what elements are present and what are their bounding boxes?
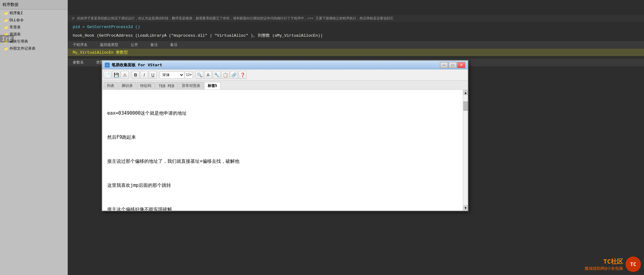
toolbar-tool1-button[interactable]: 🔧 [213,71,221,79]
window-minimize-button[interactable]: ─ [440,62,448,68]
toolbar-underline-button[interactable]: U [149,71,157,79]
ide-selected-row: My_VirtualAllocEn 整数型 [68,49,644,56]
sidebar-item-program-set[interactable]: 📁 程序集I [0,10,67,17]
folder-icon: 📁 [4,11,8,15]
scrollbar-down-button[interactable]: ▼ [463,205,468,210]
ide-hook-line: hook_Hook (GetProcAddress (LoadLibraryA … [68,32,644,41]
toolbar-sep-2 [158,72,158,78]
toolbar-bold-button[interactable]: B [132,71,140,79]
window-title-icon: ✏ [105,63,110,68]
content-line-2: 然后F9跑起来 [107,133,458,142]
folder-icon: 📁 [4,18,8,23]
toolbar-italic-button[interactable]: I [140,71,148,79]
window-text-area[interactable]: eax=03490000这个就是他申请的地址 然后F9跑起来 接主说过那个偏移的… [102,90,463,211]
content-line-1: eax=03490000这个就是他申请的地址 [107,109,458,117]
tab-teb-peb[interactable]: TEB PEB [155,82,178,89]
window-toolbar: 📄 💾 ⚠ B I U 宋体 12 ▼ 🔍 A 🔧 📋 🔗 ❓ [102,69,468,80]
scrollbar-track [463,117,468,205]
sidebar-title: 程序数据 [0,0,67,10]
toolbar-font-color-button[interactable]: A [204,71,212,79]
scrollbar-thumb[interactable] [463,101,468,111]
toolbar-help-button[interactable]: ❓ [238,71,247,79]
watermark: TC社区 魔城辅助网@小鱼电脑 TC [585,257,641,272]
toolbar-font-select[interactable]: 宋体 [160,71,184,79]
ide-scroll-comment: ※ 此程序于某某系统默认情况下调试运行，你认为这是调试时段，翻寻泵是规律，都需要… [68,15,644,22]
content-line-3: 接主说过那个偏移的地址了，我们就直接基址+偏移去找，破解他 [107,157,458,166]
sidebar-item-label: 程序集I [10,10,23,16]
content-line-5: 接主这个偏移好像不能实现破解 [107,205,458,211]
window-titlebar: ✏ 笔易收集面板 For VStart ─ □ ✕ [102,61,468,69]
toolbar-sep-3 [194,72,194,78]
window-controls: ─ □ ✕ [440,62,465,68]
sidebar-item-dll[interactable]: 📁 DLL命令 [0,17,67,24]
sidebar-item-constants[interactable]: 📁 常里表 [0,24,67,31]
toolbar-tool2-button[interactable]: 📋 [221,71,229,79]
ide-columns-header: 子程序名 返回值类型 公开 备注 备注 [68,41,644,49]
window-scrollbar[interactable]: ▲ ▼ [463,90,468,211]
window-content: eax=03490000这个就是他申请的地址 然后F9跑起来 接主说过那个偏移的… [102,90,468,211]
tab-foot-recognition[interactable]: 脚识录 [118,82,136,89]
watermark-site-sub: 魔城辅助网@小鱼电脑 [585,266,623,271]
tab-feature-code[interactable]: 特征码 [137,82,155,89]
sidebar-item-label: 常里表 [10,25,21,30]
window-tabs: 列表 脚识录 特征码 TEB PEB 异常对照表 标签5 [102,80,468,90]
toolbar-open-button[interactable]: 💾 [112,71,120,79]
content-line-4: 这里我喜欢jmp后面的那个跳转 [107,181,458,190]
folder-icon: 📁 [4,25,8,30]
watermark-site-label: TC社区 [603,257,623,266]
sidebar-item-label: 外部文件记录表 [10,46,35,51]
sidebar-item-external-files[interactable]: 📁 外部文件记录表 [0,45,67,52]
folder-icon: 📁 [4,47,8,51]
scrollbar-up-button[interactable]: ▲ [463,90,468,95]
window-close-button[interactable]: ✕ [457,62,465,68]
toolbar-new-button[interactable]: 📄 [104,71,112,79]
window-title-text: 笔易收集面板 For VStart [112,62,440,68]
floating-window: ✏ 笔易收集面板 For VStart ─ □ ✕ 📄 💾 ⚠ B I U 宋体… [102,60,468,211]
toolbar-alert-button[interactable]: ⚠ [121,71,129,79]
window-maximize-button[interactable]: □ [449,62,457,68]
tab-exception-table[interactable]: 异常对照表 [178,82,204,89]
tab-label5[interactable]: 标签5 [204,82,221,89]
ire-label: IrE [0,35,14,43]
sidebar-item-label: DLL命令 [10,18,24,23]
toolbar-search-button[interactable]: 🔍 [195,71,203,79]
watermark-logo: TC [626,257,641,272]
toolbar-link-button[interactable]: 🔗 [230,71,238,79]
ide-pid-line: pid = GetCurrentProcessId () [68,22,644,32]
tab-list[interactable]: 列表 [104,82,118,89]
toolbar-sep-1 [130,72,130,78]
